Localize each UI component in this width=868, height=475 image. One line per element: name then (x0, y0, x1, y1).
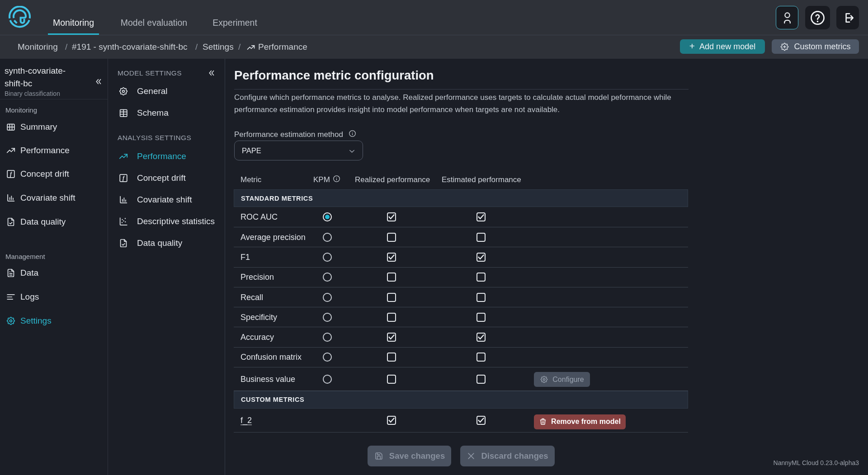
svg-text:f: f (123, 175, 125, 181)
svg-text:f: f (10, 171, 13, 177)
